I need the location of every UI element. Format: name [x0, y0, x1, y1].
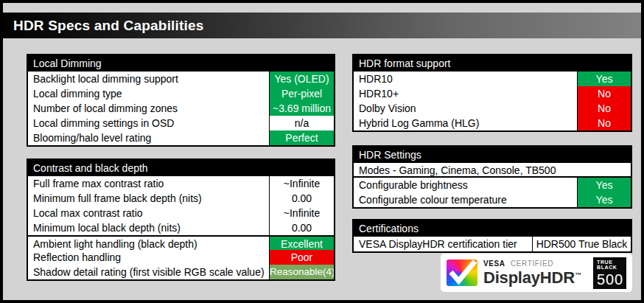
local-dimming-table: Local Dimming Backlight local dimming su…	[27, 54, 335, 147]
row-value: Reasonable(4)	[269, 265, 334, 279]
table-header: HDR format support	[354, 55, 631, 72]
modes-row: Modes - Gaming, Cinema, Console, TB500	[354, 163, 631, 178]
row-label: Number of local dimming zones	[28, 101, 269, 116]
table-row: Backlight local dimming support Yes (OLE…	[28, 72, 334, 86]
hdr-settings-table: HDR Settings Modes - Gaming, Cinema, Con…	[352, 145, 632, 209]
table-row: Full frame max contrast ratio ~Infinite	[28, 176, 334, 191]
table-row: Configurable brightness Yes	[354, 178, 631, 192]
hdr-format-support-table: HDR format support HDR10 Yes HDR10+ No D…	[352, 54, 632, 132]
row-label: Configurable brightness	[354, 178, 577, 192]
certifications-table: Certifications VESA DisplayHDR certifica…	[352, 219, 632, 253]
row-label: Backlight local dimming support	[28, 72, 269, 86]
contrast-black-depth-table: Contrast and black depth Full frame max …	[27, 159, 335, 281]
row-label: Minimum full frame black depth (nits)	[28, 191, 269, 206]
table-row: Configurable colour temperature Yes	[354, 192, 631, 207]
row-label: HDR10+	[354, 86, 577, 101]
row-value: ~Infinite	[269, 176, 334, 191]
row-label: Hybrid Log Gamma (HLG)	[354, 116, 577, 130]
page-title: HDR Specs and Capabilities	[3, 18, 204, 34]
table-row: Dolby Vision No	[354, 101, 631, 116]
row-label: Local max contrast ratio	[28, 206, 269, 220]
vesa-rainbow-checkmark-icon	[447, 260, 477, 286]
vesa-certified-line: VESA CERTIFIED	[483, 260, 587, 268]
table-header: Certifications	[354, 220, 631, 237]
brand-text: DisplayHDR	[483, 268, 575, 287]
row-value: No	[577, 86, 631, 101]
row-value: 0.00	[269, 220, 334, 235]
certified-label: CERTIFIED	[511, 260, 553, 268]
table-row: VESA DisplayHDR certification tier HDR50…	[354, 237, 631, 251]
badge-black-label: BLACK	[597, 265, 626, 271]
row-value: Excellent	[269, 237, 334, 250]
row-value: Per-pixel	[269, 86, 334, 101]
table-row: Reflection handling Poor	[28, 250, 334, 265]
table-row: Number of local dimming zones ~3.69 mill…	[28, 101, 334, 116]
table-row: HDR10 Yes	[354, 72, 631, 86]
table-row: Shadow detail rating (first visible RGB …	[28, 265, 334, 279]
row-label: Ambient light handling (black depth)	[28, 237, 269, 250]
table-row: Minimum full frame black depth (nits) 0.…	[28, 191, 334, 206]
row-value: No	[577, 101, 631, 116]
row-value: Poor	[269, 250, 334, 265]
row-value: 0.00	[269, 191, 334, 206]
row-label: HDR10	[354, 72, 577, 86]
table-row: Local dimming type Per-pixel	[28, 86, 334, 101]
row-label: Local dimming settings in OSD	[28, 116, 269, 130]
row-label: Full frame max contrast ratio	[28, 176, 269, 191]
table-row: Minimum local black depth (nits) 0.00	[28, 220, 334, 235]
row-label: Blooming/halo level rating	[28, 130, 269, 145]
row-value: Yes	[577, 192, 631, 207]
vesa-label: VESA	[483, 260, 505, 268]
row-value: HDR500 True Black	[532, 237, 631, 251]
table-row: HDR10+ No	[354, 86, 631, 101]
table-row: Local dimming settings in OSD n/a	[28, 116, 334, 130]
row-value: Yes (OLED)	[269, 72, 334, 86]
displayhdr-brand: DisplayHDR™	[483, 270, 587, 286]
table-row: Local max contrast ratio ~Infinite	[28, 206, 334, 220]
row-value: Yes	[577, 72, 631, 86]
row-label: Reflection handling	[28, 250, 269, 265]
row-value: Perfect	[269, 130, 334, 145]
table-header: Local Dimming	[28, 55, 334, 72]
hdr-specs-panel: HDR Specs and Capabilities Local Dimming…	[0, 0, 644, 303]
row-value: n/a	[269, 116, 334, 130]
row-label: Configurable colour temperature	[354, 192, 577, 207]
table-row: Ambient light handling (black depth) Exc…	[28, 235, 334, 250]
row-label: Dolby Vision	[354, 101, 577, 116]
row-label: Local dimming type	[28, 86, 269, 101]
row-label: Shadow detail rating (first visible RGB …	[28, 265, 269, 279]
row-value: No	[577, 116, 631, 130]
trademark-symbol: ™	[575, 271, 581, 279]
badge-true-label: TRUE	[597, 260, 626, 265]
badge-number: 500	[596, 271, 624, 288]
table-header: HDR Settings	[354, 147, 631, 163]
row-label: VESA DisplayHDR certification tier	[354, 237, 532, 251]
table-row: Blooming/halo level rating Perfect	[28, 130, 334, 145]
panel-title-bar: HDR Specs and Capabilities	[3, 13, 641, 38]
row-value: ~Infinite	[269, 206, 334, 220]
row-value: Yes	[577, 178, 631, 192]
row-label: Minimum local black depth (nits)	[28, 220, 269, 235]
row-value: ~3.69 million	[269, 101, 334, 116]
vesa-displayhdr-logo: VESA CERTIFIED DisplayHDR™ TRUE BLACK 50…	[441, 254, 632, 292]
displayhdr-wordmark: VESA CERTIFIED DisplayHDR™	[483, 260, 587, 286]
table-row: Hybrid Log Gamma (HLG) No	[354, 116, 631, 130]
true-black-500-badge: TRUE BLACK 500	[593, 257, 626, 289]
table-header: Contrast and black depth	[28, 160, 334, 176]
